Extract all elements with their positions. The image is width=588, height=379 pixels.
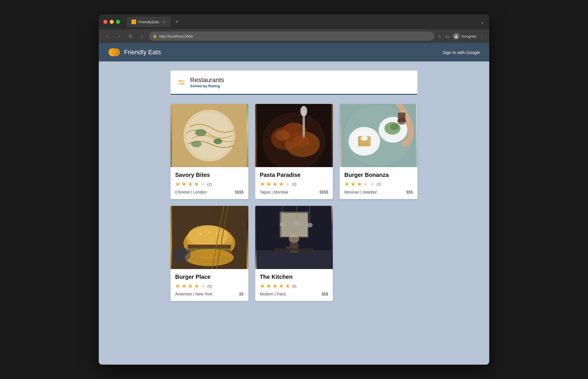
star-3: ★ [188,283,193,289]
star-1: ★ [260,181,265,187]
app-title: Friendly Eats [124,49,161,56]
svg-point-46 [199,233,202,235]
traffic-lights [103,20,120,24]
menu-icon[interactable]: ⋮ [480,34,485,39]
restaurants-grid: Savory Bites ★ ★ ★ ★ ★ (2) [171,104,417,301]
stars-row: ★ ★ ★ ★ ★ (5) [175,283,244,289]
star-1: ★ [175,283,180,289]
tab-close-button[interactable]: ✕ [161,20,166,24]
svg-point-52 [185,249,234,266]
star-2: ★ [181,181,187,187]
restaurant-image-burger-place [171,206,248,269]
price: $$$ [406,190,413,194]
split-screen-icon[interactable]: ▭ [445,34,449,39]
restaurant-image-pasta-paradise [255,104,333,167]
sign-in-button[interactable]: Sign In with Google [443,50,480,55]
app-logo: Friendly Eats [108,46,161,59]
star-5: ★ [285,283,290,289]
star-3: ★ [272,283,278,289]
svg-point-8 [182,83,184,84]
svg-point-13 [214,138,222,144]
minimize-button[interactable] [110,20,114,24]
svg-point-66 [307,223,313,227]
tab-more-button[interactable]: ⌄ [480,19,485,25]
star-5-empty: ★ [370,181,375,187]
restaurant-info-pasta-paradise: Pasta Paradise ★ ★ ★ ★ ★ (3) [255,167,333,199]
incognito-avatar [453,33,460,40]
sort-label: Sorted by Rating [190,84,224,88]
restaurant-card-pasta-paradise[interactable]: Pasta Paradise ★ ★ ★ ★ ★ (3) [255,104,333,199]
active-tab[interactable]: FriendlyEats ✕ [127,17,171,27]
tab-bar: FriendlyEats ✕ + [127,17,477,27]
incognito-label: Incognito [461,34,477,38]
cuisine-location: Modern | Paris [260,292,286,296]
cuisine-location: Tapas | Mumbai [260,190,288,194]
review-count: (5) [207,284,212,288]
restaurant-image-burger-bonanza [340,104,417,167]
svg-point-4 [112,48,120,56]
star-2: ★ [266,283,271,289]
content-container: Restaurants Sorted by Rating [165,71,423,301]
restaurant-name: Pasta Paradise [260,172,328,178]
tab-title: FriendlyEats [138,20,159,24]
svg-point-55 [173,247,191,262]
review-count: (2) [207,182,212,186]
close-button[interactable] [103,20,107,24]
restaurant-image-savory-bites [171,104,248,167]
star-4: ★ [194,283,199,289]
star-4: ★ [279,283,284,289]
restaurant-card-burger-place[interactable]: Burger Place ★ ★ ★ ★ ★ (5) [171,206,248,301]
restaurant-meta: Mexican | Istanbul $$$ [344,190,413,194]
logo-icon [108,46,121,59]
restaurant-card-savory-bites[interactable]: Savory Bites ★ ★ ★ ★ ★ (2) [171,104,248,199]
restaurant-name: Burger Place [175,274,244,280]
review-count: (2) [376,182,381,186]
svg-point-1 [133,21,136,23]
svg-point-12 [195,129,206,136]
review-count: (3) [292,182,297,186]
restaurant-card-burger-bonanza[interactable]: Burger Bonanza ★ ★ ★ ★ ★ (2) [340,104,417,199]
reload-button[interactable]: ↻ [126,32,134,40]
star-5-empty: ★ [200,283,206,289]
restaurant-info-burger-bonanza: Burger Bonanza ★ ★ ★ ★ ★ (2) [340,167,417,199]
address-bar[interactable]: 🔒 http://localhost:3000 [149,32,434,41]
svg-point-64 [294,221,300,225]
restaurant-meta: American | New York $$ [175,292,244,296]
price: $$$ [322,292,328,296]
star-3: ★ [188,181,193,187]
restaurant-meta: Tapas | Mumbai $$$$ [260,190,328,194]
svg-point-45 [188,225,228,247]
svg-point-11 [186,113,232,158]
new-tab-button[interactable]: + [173,18,181,26]
price: $$ [239,292,244,296]
restaurants-title-group: Restaurants Sorted by Rating [190,76,224,88]
home-button[interactable]: ⌂ [138,32,146,40]
bookmark-icon[interactable]: ☆ [438,34,442,39]
restaurant-name: Savory Bites [175,172,244,178]
star-4: ★ [194,181,199,187]
cuisine-location: American | New York [175,292,212,296]
svg-point-37 [361,136,368,141]
restaurant-info-the-kitchen: The Kitchen ★ ★ ★ ★ ★ (8) [255,269,333,301]
forward-button[interactable]: → [115,32,123,40]
star-3: ★ [272,181,278,187]
browser-window: FriendlyEats ✕ + ⌄ ← → ↻ ⌂ 🔒 http://loca… [99,14,489,365]
star-5-empty: ★ [285,181,290,187]
cuisine-location: Mexican | Istanbul [344,190,377,194]
restaurant-meta: Chinese | London $$$$ [175,190,244,194]
stars-row: ★ ★ ★ ★ ★ (2) [175,181,244,187]
toolbar-right: ☆ ▭ Incognito ⋮ [438,33,485,40]
restaurant-info-savory-bites: Savory Bites ★ ★ ★ ★ ★ (2) [171,167,248,199]
stars-row: ★ ★ ★ ★ ★ (3) [260,181,328,187]
svg-point-39 [390,123,399,130]
star-2: ★ [181,283,187,289]
svg-point-62 [280,222,285,227]
svg-point-70 [286,246,291,249]
cuisine-location: Chinese | London [175,190,207,194]
restaurant-name: The Kitchen [260,274,328,280]
restaurant-card-the-kitchen[interactable]: The Kitchen ★ ★ ★ ★ ★ (8) [255,206,333,301]
back-button[interactable]: ← [103,32,111,40]
main-content: Restaurants Sorted by Rating [99,61,489,365]
incognito-button[interactable]: Incognito [453,33,477,40]
maximize-button[interactable] [116,20,120,24]
